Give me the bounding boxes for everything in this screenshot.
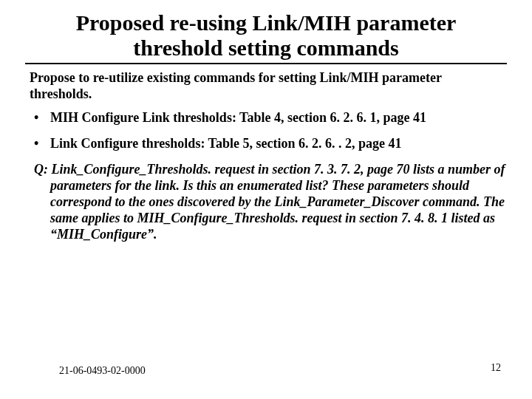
footer-doc-id: 21-06-0493-02-0000 [59,365,146,377]
page-number: 12 [491,362,501,374]
slide-title: Proposed re-using Link/MIH parameter thr… [25,10,507,64]
bullet-list: MIH Configure Link thresholds: Table 4, … [25,109,507,151]
intro-text: Propose to re-utilize existing commands … [25,70,507,102]
question-text: Q: Link_Configure_Thresholds. request in… [30,162,507,243]
slide-container: Proposed re-using Link/MIH parameter thr… [0,0,532,399]
bullet-item: Link Configure thresholds: Table 5, sect… [25,135,507,152]
bullet-item: MIH Configure Link thresholds: Table 4, … [25,109,507,126]
